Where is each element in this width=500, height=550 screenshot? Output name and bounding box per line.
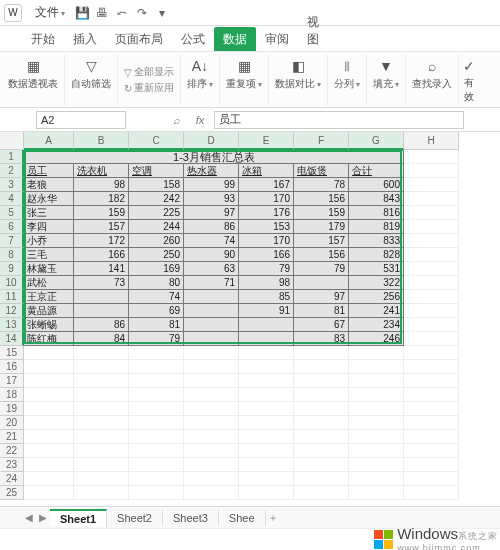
ribbon-pivot-group[interactable]: ▦ 数据透视表 [2,54,65,106]
empty-cell[interactable] [239,388,294,402]
value-cell[interactable]: 182 [74,192,129,206]
row-head-1[interactable]: 1 [0,150,24,164]
ribbon-sort-group[interactable]: A↓ 排序▾ [181,54,220,106]
empty-cell[interactable] [239,360,294,374]
value-cell[interactable] [239,332,294,346]
fx-icon[interactable]: fx [190,114,210,126]
empty-cell[interactable] [404,444,459,458]
empty-cell[interactable] [129,486,184,500]
tab-insert[interactable]: 插入 [64,27,106,51]
empty-cell[interactable] [184,416,239,430]
value-cell[interactable]: 179 [294,220,349,234]
empty-cell[interactable] [74,402,129,416]
value-cell[interactable]: 74 [129,290,184,304]
value-cell[interactable]: 91 [239,304,294,318]
value-cell[interactable]: 159 [294,206,349,220]
row-head-20[interactable]: 20 [0,416,24,430]
value-cell[interactable]: 81 [294,304,349,318]
value-cell[interactable] [294,276,349,290]
empty-cell[interactable] [239,444,294,458]
value-cell[interactable]: 141 [74,262,129,276]
empty-cell[interactable] [404,290,459,304]
empty-cell[interactable] [404,346,459,360]
empty-cell[interactable] [404,206,459,220]
value-cell[interactable]: 159 [74,206,129,220]
row-head-15[interactable]: 15 [0,346,24,360]
empty-cell[interactable] [239,346,294,360]
value-cell[interactable]: 97 [294,290,349,304]
value-cell[interactable] [184,332,239,346]
ribbon-validate-group[interactable]: ✓ 有效 [459,54,479,106]
value-cell[interactable]: 816 [349,206,404,220]
empty-cell[interactable] [129,430,184,444]
ribbon-dedupe-group[interactable]: ▦ 重复项▾ [220,54,269,106]
value-cell[interactable]: 242 [129,192,184,206]
empty-cell[interactable] [404,360,459,374]
empty-cell[interactable] [184,346,239,360]
value-cell[interactable]: 828 [349,248,404,262]
tab-formulas[interactable]: 公式 [172,27,214,51]
row-head-16[interactable]: 16 [0,360,24,374]
value-cell[interactable]: 156 [294,248,349,262]
ribbon-fill-group[interactable]: ▼ 填充▾ [367,54,406,106]
empty-cell[interactable] [74,346,129,360]
value-cell[interactable]: 98 [239,276,294,290]
col-head-A[interactable]: A [24,132,74,150]
empty-cell[interactable] [404,150,459,164]
tab-review[interactable]: 审阅 [256,27,298,51]
empty-cell[interactable] [129,374,184,388]
empty-cell[interactable] [129,388,184,402]
employee-cell[interactable]: 黄品源 [24,304,74,318]
row-head-9[interactable]: 9 [0,262,24,276]
empty-cell[interactable] [74,416,129,430]
empty-cell[interactable] [349,416,404,430]
value-cell[interactable]: 83 [294,332,349,346]
value-cell[interactable]: 79 [129,332,184,346]
undo-icon[interactable]: ⤺ [115,6,129,20]
empty-cell[interactable] [24,388,74,402]
save-icon[interactable]: 💾 [75,6,89,20]
ribbon-find-group[interactable]: ⌕ 查找录入 [406,54,459,106]
value-cell[interactable]: 241 [349,304,404,318]
value-cell[interactable]: 84 [74,332,129,346]
empty-cell[interactable] [74,458,129,472]
empty-cell[interactable] [129,444,184,458]
empty-cell[interactable] [74,374,129,388]
empty-cell[interactable] [184,472,239,486]
value-cell[interactable]: 81 [129,318,184,332]
value-cell[interactable]: 170 [239,234,294,248]
empty-cell[interactable] [404,402,459,416]
row-head-3[interactable]: 3 [0,178,24,192]
row-head-10[interactable]: 10 [0,276,24,290]
empty-cell[interactable] [129,346,184,360]
employee-cell[interactable]: 林黛玉 [24,262,74,276]
sheet-tab-3[interactable]: Sheet3 [163,510,219,526]
sheet-tab-2[interactable]: Sheet2 [107,510,163,526]
value-cell[interactable]: 172 [74,234,129,248]
empty-cell[interactable] [404,458,459,472]
sheet-tab-1[interactable]: Sheet1 [50,509,107,527]
value-cell[interactable]: 531 [349,262,404,276]
empty-cell[interactable] [74,360,129,374]
empty-cell[interactable] [349,486,404,500]
tab-nav-next[interactable]: ▶ [36,512,50,523]
value-cell[interactable]: 157 [294,234,349,248]
empty-cell[interactable] [184,458,239,472]
empty-cell[interactable] [294,346,349,360]
empty-cell[interactable] [349,402,404,416]
empty-cell[interactable] [294,416,349,430]
row-head-24[interactable]: 24 [0,472,24,486]
value-cell[interactable]: 176 [239,206,294,220]
value-cell[interactable]: 153 [239,220,294,234]
empty-cell[interactable] [404,276,459,290]
empty-cell[interactable] [129,472,184,486]
tab-page-layout[interactable]: 页面布局 [106,27,172,51]
value-cell[interactable]: 600 [349,178,404,192]
value-cell[interactable]: 74 [184,234,239,248]
empty-cell[interactable] [184,430,239,444]
empty-cell[interactable] [294,402,349,416]
empty-cell[interactable] [24,444,74,458]
empty-cell[interactable] [239,486,294,500]
empty-cell[interactable] [404,164,459,178]
select-all-corner[interactable] [0,132,24,150]
